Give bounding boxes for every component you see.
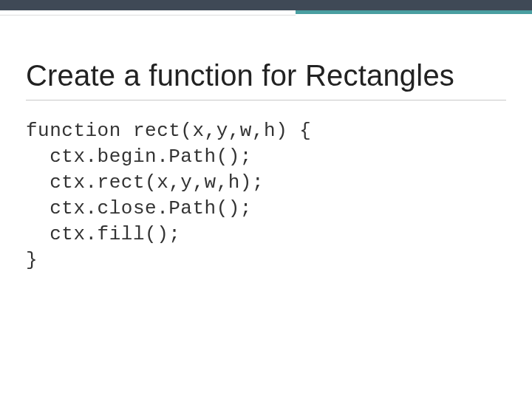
code-block: function rect(x,y,w,h) { ctx.begin.Path(… xyxy=(26,118,506,274)
slide-content: Create a function for Rectangles functio… xyxy=(26,59,506,274)
bar-light-line xyxy=(0,15,296,16)
bar-teal xyxy=(296,10,532,14)
code-line: ctx.begin.Path(); xyxy=(26,146,252,168)
code-line: } xyxy=(26,249,38,271)
decorative-top-bar xyxy=(0,0,532,16)
slide-title: Create a function for Rectangles xyxy=(26,59,506,100)
bar-dark xyxy=(0,0,532,10)
code-line: ctx.rect(x,y,w,h); xyxy=(26,171,264,194)
code-line: function rect(x,y,w,h) { xyxy=(26,120,311,142)
code-line: ctx.close.Path(); xyxy=(26,197,252,219)
slide: Create a function for Rectangles functio… xyxy=(0,0,532,399)
code-line: ctx.fill(); xyxy=(26,223,180,245)
